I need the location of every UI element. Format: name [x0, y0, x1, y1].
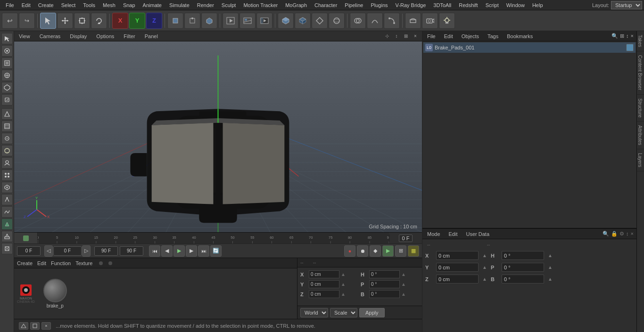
material-menu-create[interactable]: Create — [17, 260, 33, 266]
spline-button[interactable] — [384, 13, 400, 29]
left-tool-7[interactable] — [1, 108, 13, 120]
redo-button[interactable]: ↪ — [19, 13, 35, 29]
coord-z-field[interactable] — [309, 290, 339, 298]
coord-z-arrow[interactable]: ▲ — [341, 292, 353, 297]
viewport-menu-display[interactable]: Display — [68, 32, 89, 40]
filter-icon[interactable]: ⊞ — [620, 33, 624, 39]
menu-script[interactable]: Script — [482, 1, 503, 9]
rotate-button[interactable] — [91, 13, 107, 29]
scale-button[interactable] — [74, 13, 90, 29]
attr-h-field[interactable] — [502, 251, 544, 260]
arrow-left-field[interactable]: ◁ — [44, 245, 53, 257]
menu-plugins[interactable]: Plugins — [367, 1, 391, 9]
menu-select[interactable]: Select — [58, 1, 80, 9]
left-tool-5[interactable] — [1, 82, 13, 93]
coord-b-arrow[interactable]: ▲ — [401, 292, 413, 297]
attr-lock-icon[interactable]: 🔒 — [611, 231, 618, 237]
vtab-structure[interactable]: Structure — [637, 95, 644, 122]
menu-mesh[interactable]: Mesh — [99, 1, 119, 9]
left-tool-2[interactable] — [1, 45, 13, 57]
undo-button[interactable]: ↩ — [2, 13, 18, 29]
axis-x-button[interactable]: X — [112, 13, 128, 29]
menu-vray[interactable]: V-Ray Bridge — [392, 1, 430, 9]
attr-b-field[interactable] — [502, 275, 544, 283]
attr-expand-icon[interactable]: ↕ — [626, 231, 629, 237]
obj-color[interactable] — [626, 44, 634, 51]
coord-p-arrow[interactable]: ▲ — [401, 282, 413, 287]
obj-mgr-tags[interactable]: Tags — [486, 32, 500, 40]
material-menu-texture[interactable]: Texture — [75, 260, 92, 266]
attr-h-arrow[interactable]: ▲ — [545, 253, 555, 258]
sphere-button[interactable] — [329, 13, 345, 29]
viewport-menu-cameras[interactable]: Cameras — [38, 32, 63, 40]
select-mode-button[interactable] — [40, 13, 56, 29]
menu-help[interactable]: Help — [528, 1, 547, 9]
left-tool-6[interactable] — [1, 94, 13, 105]
axis-z-button[interactable]: Z — [146, 13, 162, 29]
coord-x-field[interactable] — [309, 270, 339, 278]
expand-icon[interactable]: ↕ — [626, 33, 629, 39]
record-auto-button[interactable]: ⏺ — [357, 245, 368, 257]
menu-animate[interactable]: Animate — [139, 1, 165, 9]
attr-settings-icon[interactable]: ⚙ — [619, 231, 624, 237]
menu-file[interactable]: File — [2, 1, 18, 9]
left-tool-11[interactable] — [1, 157, 13, 169]
material-menu-function[interactable]: Function — [51, 260, 71, 266]
viewport-menu-options[interactable]: Options — [94, 32, 116, 40]
play-button[interactable]: ▶ — [173, 245, 185, 257]
end-frame-field-2[interactable]: 90 F — [120, 246, 143, 256]
attr-y-pos-field[interactable] — [436, 263, 479, 272]
viewport-menu-view[interactable]: View — [17, 32, 32, 40]
menu-sculpt[interactable]: Sculpt — [218, 1, 240, 9]
attr-close-icon[interactable]: × — [631, 231, 634, 237]
viewport-canvas[interactable]: Perspective — [14, 41, 422, 232]
vtab-attributes[interactable]: Attributes — [637, 121, 644, 149]
attr-menu-mode[interactable]: Mode — [425, 230, 442, 238]
attr-menu-edit[interactable]: Edit — [447, 230, 460, 238]
render-picture-button[interactable] — [239, 13, 256, 29]
coord-b-field[interactable] — [369, 290, 400, 298]
left-tool-4[interactable] — [1, 70, 13, 81]
start-frame-field[interactable]: 0 F — [17, 246, 41, 256]
menu-window[interactable]: Window — [503, 1, 528, 9]
coord-h-arrow[interactable]: ▲ — [401, 272, 413, 277]
left-tool-10[interactable] — [1, 145, 13, 156]
coord-y-field[interactable] — [309, 280, 339, 288]
cube-top-button[interactable] — [278, 13, 294, 29]
move-button[interactable] — [57, 13, 73, 29]
loop-button[interactable]: 🔄 — [210, 245, 222, 257]
next-frame-button[interactable]: ▶ — [186, 245, 197, 257]
prev-frame-button[interactable]: ◀ — [161, 245, 173, 257]
material-swatch[interactable] — [43, 279, 67, 302]
menu-edit[interactable]: Edit — [18, 1, 34, 9]
sweep-button[interactable] — [367, 13, 383, 29]
attr-y-arrow[interactable]: ▲ — [480, 265, 489, 270]
timeline-ruler[interactable]: 0 5 10 15 20 25 — [38, 233, 389, 243]
attr-p-arrow[interactable]: ▲ — [545, 265, 555, 270]
left-tool-13[interactable] — [1, 182, 13, 193]
left-tool-14[interactable] — [1, 194, 13, 205]
attr-x-arrow[interactable]: ▲ — [480, 253, 489, 258]
render-view-button[interactable] — [223, 13, 239, 29]
attr-z-arrow[interactable]: ▲ — [480, 276, 489, 282]
timeline-grid-button[interactable]: ⊞ — [395, 245, 406, 257]
coord-y-arrow[interactable]: ▲ — [341, 282, 353, 287]
timeline-view-button[interactable]: ▦ — [408, 245, 419, 257]
attr-p-field[interactable] — [502, 263, 544, 272]
status-icon-2[interactable] — [30, 322, 40, 330]
viewport-icon-grid[interactable]: ⊞ — [402, 32, 410, 40]
left-tool-1[interactable] — [1, 33, 13, 44]
obj-mgr-bookmarks[interactable]: Bookmarks — [505, 32, 535, 40]
coord-x-arrow[interactable]: ▲ — [341, 272, 353, 277]
poly-mode-button[interactable] — [201, 13, 217, 29]
attr-b-arrow[interactable]: ▲ — [545, 276, 555, 282]
object-mode-button[interactable] — [167, 13, 183, 29]
play-motion-button[interactable]: ▶ — [382, 245, 394, 257]
left-tool-12[interactable] — [1, 170, 13, 181]
menu-tools[interactable]: Tools — [79, 1, 99, 9]
world-dropdown[interactable]: World — [300, 308, 328, 317]
viewport-icon-close[interactable]: × — [412, 32, 419, 40]
obj-mgr-file[interactable]: File — [425, 32, 438, 40]
polygon-button[interactable] — [312, 13, 328, 29]
scale-dropdown[interactable]: Scale — [330, 308, 357, 317]
